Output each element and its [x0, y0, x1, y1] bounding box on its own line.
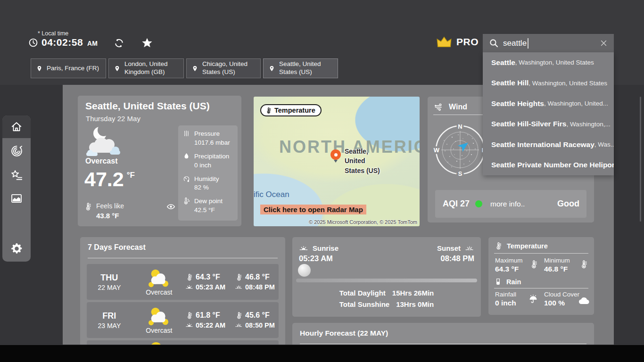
minimum-label: Minimum [544, 257, 570, 264]
feels-like-stat: Feels like 43.8 °F [83, 202, 124, 220]
maximum-value: 64.3 °F [495, 265, 523, 273]
sunrise-icon [185, 321, 193, 329]
current-temperature: 47.2 °F [84, 169, 135, 189]
rainfall-value: 0 inch [495, 299, 516, 307]
aqi-more-info-link[interactable]: more info.. [490, 200, 525, 208]
sunrise-sunset-card: Sunrise 05:23 AM Sunset 08:48 PM Total D… [292, 237, 481, 317]
eye-icon [166, 202, 175, 211]
sunset-icon [235, 321, 243, 329]
pro-badge[interactable]: PRO [436, 36, 479, 48]
minimum-temp: Minimum 46.8 °F [544, 257, 570, 273]
star-list-icon [10, 169, 23, 181]
aqi-row[interactable]: AQI 27 more info.. Good [435, 190, 586, 218]
aqi-value: AQI 27 [443, 199, 470, 209]
temperature-details-card: Temperature Maximum 64.3 °F Minimum 46.8… [488, 237, 594, 315]
location-tab-label: Paris, France (FR) [47, 65, 102, 73]
pin-icon [114, 65, 120, 73]
wind-title: Wind [434, 102, 467, 112]
temperature-header: Temperature [494, 242, 548, 250]
cloud-icon [578, 295, 590, 307]
forecast-low: 46.8 °F [245, 273, 270, 281]
sidebar-item-charts[interactable] [2, 187, 31, 210]
close-icon[interactable] [600, 39, 608, 47]
thermometer-icon [185, 312, 193, 320]
forecast-row-partial[interactable] [87, 340, 279, 345]
aqi-status-text: Good [557, 199, 579, 209]
suggestion-seattle-hill[interactable]: Seattle Hill, Washington, United States [483, 73, 614, 94]
area-chart-icon [10, 192, 23, 205]
location-tab-paris[interactable]: Paris, France (FR) [31, 58, 106, 78]
pressure-label: Pressure [194, 130, 220, 137]
sunrise-icon [185, 283, 193, 291]
thermometer-icon [235, 273, 243, 281]
feels-like-value: 43.8 °F [96, 212, 124, 220]
refresh-icon[interactable] [113, 37, 125, 49]
map-attribution: © 2025 Microsoft Corporation, © 2025 Tom… [309, 219, 417, 225]
location-tab-label: London, United Kingdom (GB) [124, 60, 183, 76]
humidity-gauge-icon [182, 175, 190, 183]
rain-header: Rain [494, 278, 521, 286]
feels-like-label: Feels like [96, 202, 124, 210]
cloud-cover-value: 100 % [544, 299, 579, 307]
radar-icon [10, 145, 23, 157]
overcast-icon [146, 268, 172, 288]
sidebar-item-radar[interactable] [2, 140, 31, 162]
sidebar [2, 115, 31, 262]
daylight-progress-track [296, 279, 477, 282]
thermometer-icon [265, 107, 272, 114]
map-panel[interactable]: NORTH AMERICA ific Ocean Temperature Sea… [254, 97, 420, 226]
sun-icon [150, 342, 162, 345]
map-ocean-label: ific Ocean [254, 190, 289, 199]
search-input[interactable]: seattle [483, 34, 614, 52]
forecast-high: 61.8 °F [196, 311, 220, 320]
overcast-night-icon [83, 123, 130, 161]
sunrise-label: Sunrise [313, 244, 339, 252]
map-layer-button[interactable]: Temperature [260, 104, 322, 116]
sunset-icon [235, 283, 243, 291]
sidebar-item-home[interactable] [2, 115, 31, 138]
forecast-low: 45.6 °F [245, 311, 270, 320]
divider [88, 258, 278, 258]
map-marker[interactable] [330, 149, 341, 160]
map-layer-label: Temperature [274, 107, 315, 114]
pin-icon [192, 65, 198, 73]
rainfall-label: Rainfall [495, 291, 516, 298]
map-marker-label: Seattle, United States (US) [345, 147, 380, 175]
forecast-row-fri[interactable]: FRI 23 MAY Overcast 61.8 °F 05:22 AM 45.… [87, 302, 279, 338]
location-tab-seattle[interactable]: Seattle, United States (US) [263, 58, 338, 78]
home-icon [10, 121, 23, 133]
suggestion-seattle-hill-silver-firs[interactable]: Seattle Hill-Silver Firs, Washington,... [483, 114, 614, 135]
suggestion-seattle[interactable]: Seattle, Washington, United States [483, 52, 614, 73]
sidebar-item-favorites[interactable] [2, 164, 31, 186]
forecast-row-thu[interactable]: THU 22 MAY Overcast 64.3 °F 05:23 AM 46.… [87, 264, 279, 300]
text-caret [528, 38, 528, 49]
location-tab-chicago[interactable]: Chicago, United States (US) [186, 58, 261, 78]
gear-icon [10, 242, 23, 255]
thermometer-icon [529, 260, 538, 269]
humidity-stat: Humidity82 % [182, 175, 233, 193]
dew-point-stat: Dew point42.5 °F [182, 197, 233, 215]
divider [494, 288, 588, 288]
sidebar-item-settings[interactable] [2, 237, 31, 260]
total-daylight-row: Total Daylight 15Hrs 26Min [292, 289, 481, 297]
thermometer-icon [185, 273, 193, 281]
maximum-temp: Maximum 64.3 °F [495, 257, 523, 273]
temperature-unit: °F [127, 171, 135, 180]
suggestion-seattle-private-heliport[interactable]: Seattle Private Number One Heliport [483, 155, 614, 176]
compass-n: N [458, 123, 462, 130]
suggestion-seattle-heights[interactable]: Seattle Heights, Washington, United... [483, 93, 614, 114]
forecast-day: FRI [91, 311, 128, 321]
sunrise-header: Sunrise [299, 243, 339, 253]
forecast-sunset: 08:48 PM [245, 283, 275, 291]
forecast-title: 7 Days Forecast [88, 243, 146, 252]
forecast-sunrise: 05:23 AM [196, 283, 225, 291]
compass-w: W [434, 147, 440, 154]
suggestion-seattle-international-raceway[interactable]: Seattle International Raceway, Was... [483, 134, 614, 155]
open-radar-map-button[interactable]: Click here to open Radar Map [260, 205, 366, 214]
location-tab-london[interactable]: London, United Kingdom (GB) [108, 58, 184, 78]
favorite-star-icon[interactable] [141, 37, 153, 49]
seven-days-forecast-card: 7 Days Forecast THU 22 MAY Overcast 64.3… [80, 237, 285, 345]
sunset-label: Sunset [437, 244, 461, 252]
dew-point-label: Dew point [194, 197, 223, 205]
scrollbar-thumb[interactable] [640, 97, 641, 222]
